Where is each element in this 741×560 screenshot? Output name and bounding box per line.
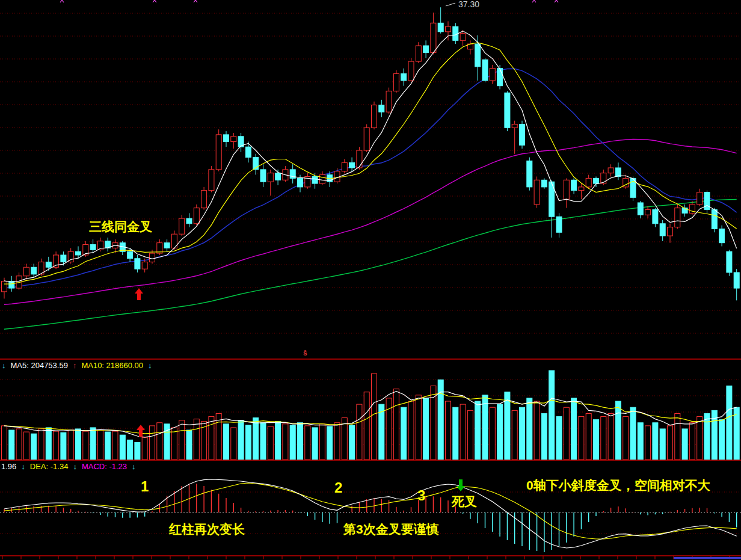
macd-histogram bbox=[4, 484, 737, 552]
macd-hist-value: MACD: -1.23 bbox=[82, 462, 127, 471]
golden-cross-up-arrow-volume bbox=[137, 425, 145, 437]
separator-glyph-marker: ŝ bbox=[303, 349, 307, 357]
top-edge-ticks bbox=[60, 0, 558, 2]
volume-ma5-label: MA5: 204753.59 bbox=[11, 361, 68, 370]
zero-axis-golden-cross-note: 0轴下小斜度金叉，空间相对不大 bbox=[526, 479, 710, 491]
red-histogram-note: 红柱再次变长 bbox=[169, 523, 245, 535]
macd-golden-cross-1-label: 1 bbox=[141, 479, 149, 494]
macd-golden-cross-3-label: 3 bbox=[417, 488, 425, 503]
macd-dif-value: 1.96 bbox=[1, 462, 16, 471]
date-axis-selection bbox=[674, 557, 741, 559]
signal-arrows bbox=[135, 288, 465, 491]
macd-dea-value: DEA: -1.34 bbox=[30, 462, 69, 471]
third-golden-cross-warning: 第3次金叉要谨慎 bbox=[343, 523, 439, 535]
stock-chart-app: ↓MA5: 204753.59↑MA10: 218660.00↓ 1.96↓DE… bbox=[0, 0, 741, 560]
macd-dea-down-icon: ↓ bbox=[73, 462, 77, 471]
price-ma-long-lines bbox=[4, 69, 737, 329]
macd-indicator-header: 1.96↓DEA: -1.34↓MACD: -1.23↓ bbox=[1, 463, 141, 470]
volume-ma5-up-icon: ↑ bbox=[73, 361, 77, 370]
macd-dif-down-icon: ↓ bbox=[21, 462, 25, 471]
annotation-three-line-golden-cross: 三线同金叉 bbox=[89, 220, 152, 233]
volume-ma10-down-icon: ↓ bbox=[148, 361, 152, 370]
volume-bars bbox=[2, 371, 740, 460]
volume-trend-down-icon: ↓ bbox=[2, 361, 6, 370]
death-cross-label: 死叉 bbox=[452, 495, 477, 508]
chart-canvas[interactable] bbox=[0, 0, 741, 560]
volume-ma10-label: MA10: 218660.00 bbox=[81, 361, 143, 370]
golden-cross-up-arrow-price bbox=[135, 288, 143, 300]
candlesticks bbox=[2, 7, 740, 300]
macd-golden-cross-2-label: 2 bbox=[334, 481, 342, 495]
peak-price-pointer bbox=[446, 3, 455, 6]
peak-price-label: 37.30 bbox=[458, 0, 479, 8]
macd-hist-down-icon: ↓ bbox=[132, 462, 136, 471]
volume-indicator-header: ↓MA5: 204753.59↑MA10: 218660.00↓ bbox=[2, 362, 157, 369]
gridlines bbox=[0, 13, 741, 534]
